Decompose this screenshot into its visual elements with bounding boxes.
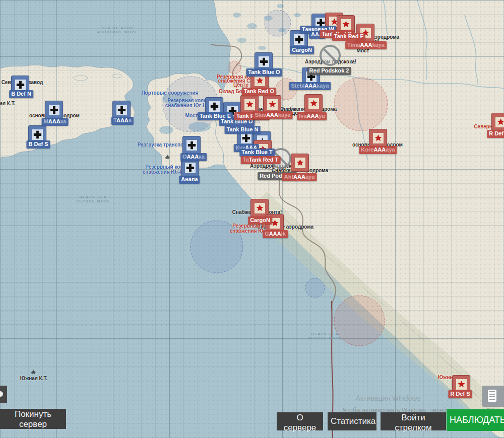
unit-label: B Def S	[26, 140, 50, 149]
unit-label: ТАААа	[111, 117, 134, 125]
join-gunner-button[interactable]: Войти стрелком	[381, 412, 446, 430]
sea-name-label: SEA OF AZOVАЗОВСКОЕ МОРЕ	[97, 26, 138, 34]
closed-airfield-icon	[315, 40, 345, 70]
ship-icon	[30, 368, 37, 377]
about-server-button[interactable]: О сервере	[277, 412, 323, 430]
map-note-text: Центр	[233, 82, 248, 88]
red-unit-icon[interactable]	[304, 94, 323, 112]
log-icon	[488, 390, 496, 402]
unit-label: B Def N	[9, 90, 33, 98]
red-unit-icon[interactable]	[291, 154, 309, 172]
unit-label: R Def S	[448, 390, 472, 398]
unit-label: МАААка	[42, 118, 69, 126]
briefing-log-button[interactable]	[482, 386, 504, 407]
unit-label: ОАААка	[180, 153, 207, 161]
red-unit-icon[interactable]	[369, 129, 387, 147]
unit-label: AhtАААaya	[282, 173, 317, 181]
unit-label: TaTank Red T	[241, 156, 281, 164]
sea-name-label: BLACK SEAЧЕРНОЕ МОРЕ	[76, 195, 110, 203]
unit-label: CargoN	[248, 216, 272, 225]
statistics-button[interactable]: Статистика	[328, 412, 376, 430]
red-unit-icon[interactable]	[263, 95, 281, 113]
windows-activation-title: Активация Windows	[355, 394, 420, 402]
spectate-button[interactable]: НАБЛЮДАТЬ	[447, 409, 504, 431]
unit-label: Tank Red O	[242, 88, 276, 96]
collapse-panel-button[interactable]	[0, 386, 7, 403]
sea-name-label: BLACK SEAЧЕРНОЕ МОРЕ	[308, 332, 342, 340]
unit-label: CargoN	[290, 46, 314, 54]
unit-label: IvaАААya	[297, 112, 327, 120]
blue-unit-icon[interactable]	[45, 101, 63, 119]
unit-label: Анапа	[179, 176, 200, 184]
blue-unit-icon[interactable]	[182, 136, 201, 154]
red-unit-icon[interactable]	[240, 95, 259, 113]
blue-unit-icon[interactable]	[255, 52, 273, 70]
unit-label: SteblАААkaya	[289, 82, 331, 90]
unit-label: Red Podskok 2	[307, 67, 351, 75]
unit-label: SlavАААkaya	[253, 111, 293, 119]
map-note-text: Портовые сооружения	[141, 90, 198, 96]
unit-label: Tank Blue O	[246, 68, 282, 77]
blue-unit-icon[interactable]	[112, 101, 131, 119]
map-note-text: ная К.Т.	[0, 101, 15, 106]
unit-label: Tank Blue N	[225, 126, 261, 134]
ship-icon	[164, 153, 171, 162]
unit-label: Tank Blue T	[239, 149, 275, 157]
blue-unit-icon[interactable]	[181, 159, 199, 177]
unit-label: TimaАААkaya	[345, 41, 387, 49]
map-note-text: Мост	[185, 113, 198, 118]
leave-server-button[interactable]: Покинуть сервер	[0, 409, 66, 429]
unit-label: R Def N	[487, 130, 504, 138]
map-overlay: ТАМАНЬSEA OF AZOVАЗОВСКОЕ МОРЕBLACK SEAЧ…	[0, 0, 504, 438]
unit-label: GАААik	[263, 230, 288, 238]
unit-label: KoreАААaya	[359, 146, 397, 154]
spectator-map-screen: { "colors":{"blue":"#3e61a0","red":"#bb4…	[0, 0, 504, 438]
unit-label: Tank Red F	[332, 33, 365, 41]
map[interactable]: ТАМАНЬSEA OF AZOVАЗОВСКОЕ МОРЕBLACK SEAЧ…	[0, 0, 504, 438]
red-unit-icon[interactable]	[491, 113, 504, 131]
